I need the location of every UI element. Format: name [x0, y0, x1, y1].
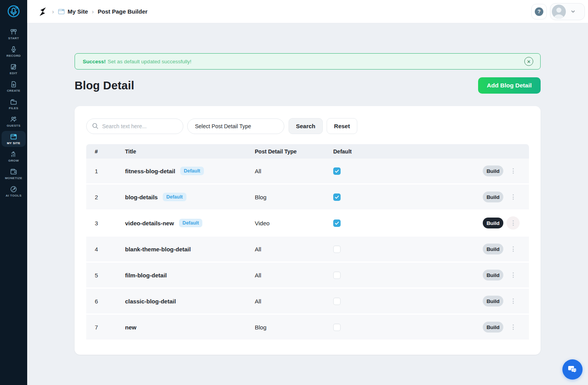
row-number: 3: [95, 220, 125, 226]
row-title: fitness-blog-detail: [125, 168, 175, 174]
column-header-title: Title: [125, 148, 255, 155]
sidebar-item-my-site[interactable]: MY SITE: [2, 131, 26, 147]
build-button[interactable]: Build: [483, 296, 503, 307]
alert-title: Success!: [83, 59, 106, 64]
sidebar-item-monetize[interactable]: MONETIZE: [2, 166, 26, 182]
row-number: 6: [95, 298, 125, 305]
search-input[interactable]: [102, 123, 177, 129]
search-button[interactable]: Search: [289, 118, 323, 134]
chat-widget-button[interactable]: [562, 359, 583, 380]
row-default-cell: [333, 167, 483, 175]
row-default-cell: [333, 193, 483, 201]
account-menu[interactable]: [550, 3, 585, 20]
row-title-cell: blank-theme-blog-detail: [125, 246, 255, 253]
sidebar-item-label: MY SITE: [7, 141, 21, 145]
default-checkbox[interactable]: [333, 220, 341, 227]
row-actions: Build: [483, 190, 520, 204]
sidebar-item-label: GUESTS: [7, 124, 20, 127]
row-actions: Build: [483, 321, 520, 334]
help-button[interactable]: ?: [531, 4, 547, 19]
column-header-type: Post Detail Type: [255, 148, 333, 155]
build-button[interactable]: Build: [483, 192, 503, 202]
question-mark-icon: ?: [535, 7, 543, 16]
sidebar-item-files[interactable]: FILES: [2, 96, 26, 112]
files-icon: [10, 98, 17, 105]
column-header-default: Default: [333, 148, 520, 155]
row-title: film-blog-detail: [125, 272, 167, 279]
breadcrumb-my-site[interactable]: My Site: [58, 8, 88, 15]
default-checkbox[interactable]: [333, 324, 341, 331]
ai-tools-icon: [10, 186, 17, 193]
build-button[interactable]: Build: [483, 244, 503, 254]
row-default-cell: [333, 246, 483, 253]
page-title: Blog Detail: [75, 79, 134, 92]
builder-logo[interactable]: [37, 6, 48, 17]
sidebar-item-record[interactable]: RECORD: [2, 44, 26, 59]
sidebar-item-start[interactable]: START: [2, 26, 26, 42]
build-button[interactable]: Build: [483, 322, 503, 333]
success-alert: Success! Set as default updated successf…: [75, 53, 541, 70]
kebab-menu-icon[interactable]: [506, 242, 520, 256]
search-box[interactable]: [86, 118, 183, 134]
alert-message: Set as default updated successfully!: [108, 59, 191, 64]
microphone-logo-icon: [5, 3, 22, 20]
default-checkbox[interactable]: [333, 246, 341, 253]
search-icon: [92, 123, 99, 129]
breadcrumb-separator: ›: [92, 8, 94, 15]
table-row: 2blog-detailsDefaultBlogBuild: [86, 185, 529, 211]
sidebar-item-grow[interactable]: GROW: [2, 148, 26, 164]
row-title-cell: film-blog-detail: [125, 272, 255, 279]
default-badge: Default: [180, 167, 204, 175]
row-title: new: [125, 324, 136, 331]
row-number: 4: [95, 246, 125, 253]
build-button[interactable]: Build: [483, 218, 503, 228]
sidebar-item-label: AI TOOLS: [6, 194, 22, 197]
browser-window-icon: [58, 8, 65, 15]
my-site-icon: [10, 133, 17, 140]
app-logo[interactable]: [5, 3, 23, 21]
row-title-cell: fitness-blog-detailDefault: [125, 167, 255, 175]
default-checkbox[interactable]: [333, 272, 341, 279]
guests-icon: [10, 116, 17, 123]
sidebar: STARTRECORDEDITCREATEFILESGUESTSMY SITEG…: [0, 0, 27, 385]
post-detail-type-select[interactable]: Select Post Detail Type: [187, 118, 284, 134]
breadcrumb-site-label: My Site: [68, 8, 88, 15]
alert-close-button[interactable]: ✕: [524, 57, 533, 66]
record-icon: [10, 46, 17, 53]
main-content: Success! Set as default updated successf…: [27, 23, 588, 385]
default-checkbox[interactable]: [333, 193, 341, 201]
breadcrumb-separator: ›: [52, 8, 54, 15]
build-button[interactable]: Build: [483, 270, 503, 280]
row-title: blog-details: [125, 194, 158, 200]
sidebar-item-edit[interactable]: EDIT: [2, 61, 26, 77]
table-row: 3video-details-newDefaultVideoBuild: [86, 211, 529, 237]
table-row: 6classic-blog-detailAllBuild: [86, 289, 529, 315]
blog-detail-table: # Title Post Detail Type Default 1fitnes…: [86, 144, 529, 341]
row-post-detail-type: All: [255, 298, 333, 305]
kebab-menu-icon[interactable]: [506, 321, 520, 334]
kebab-menu-icon[interactable]: [506, 164, 520, 178]
kebab-menu-icon[interactable]: [506, 190, 520, 204]
start-icon: [10, 28, 17, 35]
row-title: classic-blog-detail: [125, 298, 176, 305]
kebab-menu-icon[interactable]: [506, 268, 520, 282]
add-blog-detail-button[interactable]: Add Blog Detail: [478, 77, 541, 94]
build-button[interactable]: Build: [483, 165, 503, 176]
create-icon: [10, 81, 17, 88]
chat-bubbles-icon: [567, 364, 578, 375]
sidebar-item-label: CREATE: [7, 89, 21, 92]
row-post-detail-type: Blog: [255, 194, 333, 200]
reset-button[interactable]: Reset: [327, 118, 357, 134]
default-checkbox[interactable]: [333, 167, 341, 175]
sidebar-item-guests[interactable]: GUESTS: [2, 113, 26, 129]
sidebar-item-create[interactable]: CREATE: [2, 78, 26, 94]
sidebar-item-ai-tools[interactable]: AI TOOLS: [2, 183, 26, 199]
row-title-cell: classic-blog-detail: [125, 298, 255, 305]
default-checkbox[interactable]: [333, 298, 341, 305]
row-actions: Build: [483, 268, 520, 282]
kebab-menu-icon[interactable]: [506, 216, 520, 230]
edit-icon: [10, 63, 17, 70]
row-default-cell: [333, 298, 483, 305]
kebab-menu-icon[interactable]: [506, 294, 520, 308]
default-badge: Default: [179, 219, 202, 227]
